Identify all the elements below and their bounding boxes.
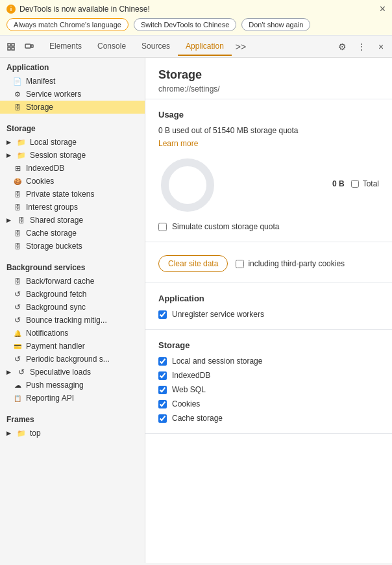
indexeddb-clear-label: IndexedDB [172, 371, 210, 380]
top-icon [17, 429, 26, 438]
sidebar-item-speculative-loads[interactable]: ▶ Speculative loads [0, 366, 145, 379]
simulate-quota-checkbox[interactable] [158, 223, 167, 231]
arrow-icon: ▶ [6, 152, 13, 158]
indexeddb-clear-checkbox[interactable] [158, 371, 167, 380]
tab-more[interactable]: >> [232, 39, 250, 55]
simulate-label: Simulate custom storage quota [172, 222, 279, 231]
notification-text: DevTools is now available in Chinese! [19, 5, 150, 14]
match-language-button[interactable]: Always match Chrome's language [6, 18, 129, 31]
sidebar-item-payment-handler[interactable]: Payment handler [0, 340, 145, 353]
cache-storage-row: Cache storage [158, 414, 379, 423]
websql-checkbox[interactable] [158, 386, 167, 394]
interest-groups-icon [13, 203, 22, 212]
usage-section: Usage 0 B used out of 51540 MB storage q… [145, 99, 392, 242]
unregister-sw-row: Unregister service workers [158, 310, 379, 319]
sidebar-item-indexeddb[interactable]: IndexedDB [0, 162, 145, 175]
svg-rect-1 [12, 44, 14, 46]
sidebar-item-private-state-tokens[interactable]: Private state tokens [0, 188, 145, 201]
arrow-icon: ▶ [6, 369, 13, 375]
unregister-sw-checkbox[interactable] [158, 310, 167, 319]
sidebar-item-cookies[interactable]: Cookies [0, 175, 145, 188]
sidebar-item-local-storage[interactable]: ▶ Local storage [0, 136, 145, 149]
third-party-row: including third-party cookies [236, 259, 345, 268]
sidebar-item-shared-storage[interactable]: ▶ Shared storage [0, 214, 145, 227]
storage-section-heading: Storage [158, 340, 379, 350]
device-icon[interactable] [21, 38, 38, 55]
sidebar-item-service-workers[interactable]: Service workers [0, 88, 145, 101]
interest-groups-label: Interest groups [26, 203, 138, 212]
sidebar-item-interest-groups[interactable]: Interest groups [0, 201, 145, 214]
sidebar-item-cache-storage[interactable]: Cache storage [0, 227, 145, 240]
arrow-icon: ▶ [6, 430, 13, 436]
service-workers-label: Service workers [26, 90, 138, 99]
sidebar-item-background-fetch[interactable]: Background fetch [0, 288, 145, 301]
switch-chinese-button[interactable]: Switch DevTools to Chinese [134, 18, 236, 31]
cursor-icon[interactable] [3, 38, 19, 55]
session-storage-icon [17, 151, 26, 160]
speculative-loads-label: Speculative loads [30, 368, 138, 377]
top-label: top [30, 429, 138, 438]
indexeddb-label: IndexedDB [26, 164, 138, 173]
usage-text: 0 B used out of 51540 MB storage quota [158, 126, 379, 135]
tab-elements[interactable]: Elements [42, 38, 90, 56]
private-state-tokens-icon [13, 190, 22, 199]
third-party-cookies-checkbox[interactable] [236, 260, 244, 268]
tab-console[interactable]: Console [90, 38, 134, 56]
storage-buckets-icon [13, 242, 22, 251]
storage-label: Storage [26, 103, 138, 112]
learn-more-link[interactable]: Learn more [158, 139, 198, 148]
dont-show-button[interactable]: Don't show again [241, 18, 310, 31]
tab-sources[interactable]: Sources [134, 38, 178, 56]
frames-section-label: Frames [0, 410, 145, 427]
private-state-tokens-label: Private state tokens [26, 190, 138, 199]
sidebar-item-reporting-api[interactable]: Reporting API [0, 392, 145, 405]
sidebar-item-storage-buckets[interactable]: Storage buckets [0, 240, 145, 253]
sidebar-item-storage[interactable]: Storage [0, 101, 145, 114]
manifest-label: Manifest [26, 77, 138, 86]
application-heading: Application [158, 294, 379, 303]
notification-bar: i DevTools is now available in Chinese! … [0, 0, 392, 36]
sidebar-item-push-messaging[interactable]: Push messaging [0, 379, 145, 392]
back-forward-cache-label: Back/forward cache [26, 277, 138, 286]
storage-icon [13, 103, 22, 112]
shared-storage-icon [17, 216, 26, 225]
clear-site-data-button[interactable]: Clear site data [158, 255, 228, 272]
local-session-storage-checkbox[interactable] [158, 357, 167, 366]
svg-rect-4 [25, 44, 31, 48]
sidebar-item-notifications[interactable]: Notifications [0, 327, 145, 340]
storage-donut-chart [158, 156, 217, 214]
payment-handler-icon [13, 342, 22, 351]
local-storage-label: Local storage [30, 138, 138, 147]
info-icon: i [6, 5, 16, 14]
sidebar-item-session-storage[interactable]: ▶ Session storage [0, 149, 145, 162]
clear-site-data-section: Clear site data including third-party co… [145, 242, 392, 283]
tab-application[interactable]: Application [178, 38, 232, 56]
sidebar-item-periodic-background[interactable]: Periodic background s... [0, 353, 145, 366]
total-row: 0 B Total [223, 179, 379, 188]
local-session-storage-label: Local and session storage [172, 357, 262, 366]
websql-row: Web SQL [158, 385, 379, 394]
periodic-background-label: Periodic background s... [26, 355, 138, 364]
close-devtools-icon[interactable]: × [373, 38, 389, 55]
settings-icon[interactable]: ⚙ [334, 38, 350, 55]
cache-storage-clear-label: Cache storage [172, 414, 223, 423]
sidebar-item-back-forward-cache[interactable]: Back/forward cache [0, 275, 145, 288]
close-button[interactable]: × [380, 4, 386, 14]
sidebar-item-bounce-tracking[interactable]: Bounce tracking mitig... [0, 314, 145, 327]
cookies-clear-checkbox[interactable] [158, 400, 167, 408]
third-party-label: including third-party cookies [248, 259, 345, 268]
local-session-storage-row: Local and session storage [158, 357, 379, 366]
usage-heading: Usage [158, 110, 379, 119]
total-checkbox[interactable] [351, 180, 359, 188]
back-forward-cache-icon [13, 277, 22, 286]
service-workers-icon [13, 90, 22, 99]
sidebar-item-top[interactable]: ▶ top [0, 427, 145, 440]
svg-rect-0 [8, 44, 10, 46]
storage-legend: 0 B Total [223, 179, 379, 191]
sidebar-item-manifest[interactable]: Manifest [0, 75, 145, 88]
storage-viz-row: 0 B Total [158, 156, 379, 214]
periodic-background-icon [13, 355, 22, 364]
cache-storage-checkbox[interactable] [158, 414, 167, 423]
sidebar-item-background-sync[interactable]: Background sync [0, 301, 145, 314]
more-options-icon[interactable]: ⋮ [353, 38, 370, 55]
